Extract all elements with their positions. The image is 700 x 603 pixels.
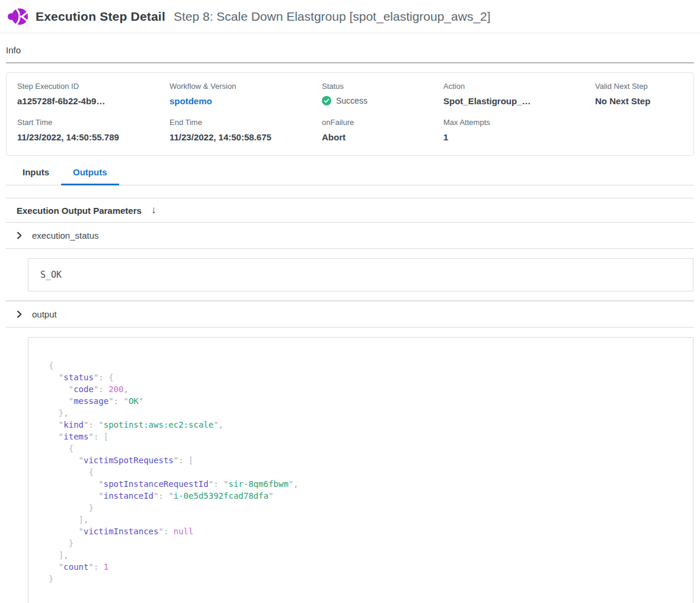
code-line: { — [49, 360, 681, 371]
code-line: "kind": "spotinst:aws:ec2:scale", — [49, 419, 681, 431]
field-start-time: Start Time 11/23/2022, 14:50:55.789 — [17, 118, 170, 142]
code-token: ": " — [108, 396, 129, 406]
brand-logo-icon — [7, 6, 28, 27]
code-token: " — [49, 456, 84, 465]
code-line: "status": { — [49, 371, 681, 383]
code-token: [ — [188, 456, 193, 465]
code-token: sir-8qm6fbwm — [228, 479, 288, 489]
code-line: }, — [49, 407, 681, 419]
code-token: ", — [213, 420, 223, 429]
code-line: { — [49, 466, 681, 478]
output-json-panel: { "status": { "code": 200, "message": "O… — [28, 337, 693, 603]
field-label: Valid Next Step — [595, 82, 683, 91]
workflow-link[interactable]: spotdemo — [170, 96, 322, 106]
code-token: " — [49, 562, 63, 572]
json-code: { "status": { "code": 200, "message": "O… — [49, 360, 681, 585]
chevron-right-icon[interactable] — [15, 232, 23, 239]
code-token: 200 — [108, 384, 123, 394]
code-token: , — [84, 515, 88, 524]
code-token: OK — [129, 396, 139, 406]
execution-status-value-panel: S_OK — [28, 258, 693, 291]
field-end-time: End Time 11/23/2022, 14:50:58.675 — [170, 118, 322, 142]
chevron-right-icon[interactable] — [15, 310, 23, 318]
code-token: status — [63, 373, 94, 382]
field-value: 11/23/2022, 14:50:58.675 — [170, 132, 322, 142]
code-token: ] — [49, 550, 63, 560]
execution-output-parameters-bar: Execution Output Parameters ↓ — [6, 198, 694, 223]
code-token: message — [73, 396, 108, 406]
code-token: " — [139, 396, 143, 406]
code-line: "instanceId": "i-0e5d5392fcad78dfa" — [49, 490, 681, 502]
code-line: } — [49, 573, 681, 585]
code-token: ": " — [209, 479, 229, 489]
code-token: " — [49, 420, 63, 429]
step-info-card: Step Execution ID a125728f-6b22-4b9… Wor… — [6, 72, 694, 156]
field-workflow-version: Workflow & Version spotdemo — [170, 82, 322, 106]
code-token: { — [49, 467, 94, 477]
code-token: " — [269, 491, 273, 501]
code-token: ": — [94, 384, 108, 394]
field-value: 11/23/2022, 14:50:55.789 — [17, 132, 170, 142]
tab-inputs[interactable]: Inputs — [11, 159, 61, 185]
code-token: kind — [63, 420, 84, 429]
field-value: No Next Step — [595, 96, 683, 106]
code-line: ], — [49, 514, 681, 525]
field-value: Spot_Elastigroup_… — [443, 96, 595, 106]
group-execution-status[interactable]: execution_status — [6, 223, 694, 249]
code-token: null — [174, 527, 194, 536]
group-output[interactable]: output — [6, 302, 694, 328]
code-token: code — [73, 384, 94, 394]
code-token: , — [123, 384, 128, 394]
field-label: Max Attempts — [443, 118, 595, 127]
field-label: Status — [322, 82, 443, 91]
code-token: ": — [88, 562, 103, 572]
code-token: ": — [158, 527, 173, 536]
tab-outputs[interactable]: Outputs — [61, 159, 119, 185]
page-header: Execution Step Detail Step 8: Scale Down… — [0, 0, 700, 33]
code-token: } — [49, 574, 53, 583]
code-token: i-0e5d5392fcad78dfa — [174, 491, 269, 501]
code-token: { — [108, 373, 113, 382]
page-subtitle: Step 8: Scale Down Elastgroup [spot_elas… — [174, 9, 491, 24]
code-line: "count": 1 — [49, 561, 681, 573]
field-onfailure: onFailure Abort — [322, 118, 443, 142]
code-token: ": — [88, 432, 103, 441]
code-token: } — [49, 538, 73, 548]
code-token: " — [49, 527, 84, 536]
code-token: } — [49, 408, 63, 418]
code-token: spotInstanceRequestId — [104, 479, 209, 489]
code-token: instanceId — [104, 491, 154, 501]
download-arrow-icon[interactable]: ↓ — [151, 204, 156, 216]
field-value: 1 — [443, 132, 595, 142]
code-token: " — [49, 432, 63, 441]
code-line: ], — [49, 549, 681, 561]
field-status: Status Success — [322, 82, 443, 106]
io-tabs: Inputs Outputs — [6, 159, 694, 185]
group-name: execution_status — [32, 230, 99, 240]
info-section-label: Info — [6, 33, 694, 62]
code-token: " — [49, 373, 63, 382]
code-line: "code": 200, — [49, 383, 681, 395]
group-name: output — [32, 309, 57, 319]
code-token: , — [63, 550, 68, 560]
field-value: a125728f-6b22-4b9… — [17, 96, 170, 106]
code-token: victimSpotRequests — [84, 456, 174, 465]
success-check-icon — [322, 96, 331, 105]
field-action: Action Spot_Elastigroup_… — [443, 82, 595, 106]
code-line: "spotInstanceRequestId": "sir-8qm6fbwm", — [49, 478, 681, 490]
code-token: ": " — [154, 491, 174, 501]
field-label: Step Execution ID — [17, 82, 170, 91]
code-token: victimInstances — [84, 527, 158, 536]
code-token: 1 — [104, 562, 108, 572]
field-valid-next-step: Valid Next Step No Next Step — [595, 82, 683, 106]
field-label: onFailure — [322, 118, 443, 127]
code-token: { — [49, 444, 73, 453]
field-step-execution-id: Step Execution ID a125728f-6b22-4b9… — [17, 82, 170, 106]
code-token: " — [49, 396, 73, 406]
page-title: Execution Step Detail — [36, 9, 165, 24]
code-token: " — [49, 491, 104, 501]
code-line: "items": [ — [49, 431, 681, 442]
code-line: } — [49, 502, 681, 514]
field-label: End Time — [170, 118, 322, 127]
code-token: " — [49, 479, 104, 489]
